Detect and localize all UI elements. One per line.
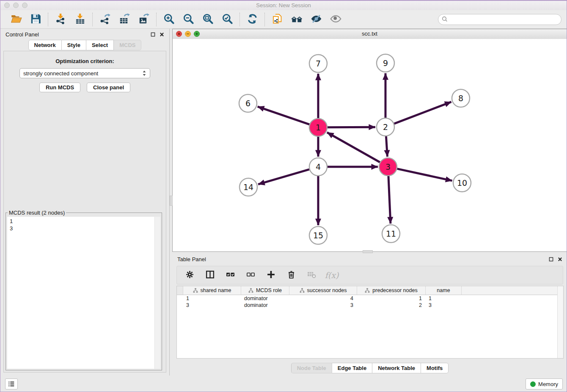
zoom-selected-button[interactable]: [221, 13, 234, 26]
cell-successor-nodes[interactable]: 3: [289, 302, 357, 308]
vertical-splitter-grip[interactable]: [170, 196, 173, 206]
close-panel-icon[interactable]: [160, 32, 164, 37]
tab-mcds[interactable]: MCDS: [114, 40, 141, 50]
cell-predecessor-nodes[interactable]: 2: [357, 302, 425, 308]
graph-edge-3-1[interactable]: [327, 133, 380, 162]
graph-node-14[interactable]: 14: [239, 178, 257, 196]
network-canvas[interactable]: 7968124314101511: [173, 39, 567, 251]
graph-edge-1-6[interactable]: [258, 107, 309, 124]
float-table-panel-icon[interactable]: [549, 257, 553, 262]
cell-shared-name[interactable]: 1: [183, 295, 241, 301]
graph-node-4[interactable]: 4: [309, 158, 327, 176]
network-view-window: scc.txt 7968124314101511: [172, 29, 567, 252]
horizontal-splitter-grip[interactable]: [363, 250, 373, 253]
tab-edge-table[interactable]: Edge Table: [332, 363, 372, 373]
hide-selected-button[interactable]: [310, 13, 322, 26]
delete-columns-button[interactable]: [286, 270, 296, 280]
window-zoom-button[interactable]: [22, 3, 28, 8]
search-input[interactable]: [438, 14, 561, 25]
network-window-titlebar[interactable]: scc.txt: [173, 29, 567, 39]
task-history-button[interactable]: [5, 378, 18, 389]
graph-edge-3-11[interactable]: [388, 176, 391, 224]
table-row[interactable]: 1dominator411: [177, 295, 563, 302]
column-header-successor-nodes[interactable]: successor nodes: [289, 286, 357, 295]
cell-shared-name[interactable]: 3: [183, 302, 241, 308]
tab-node-table[interactable]: Node Table: [291, 363, 332, 373]
dropdown-stepper-icon: [142, 70, 146, 77]
new-network-from-selection-button[interactable]: [271, 13, 284, 26]
open-session-button[interactable]: [10, 13, 22, 26]
graph-edge-4-14[interactable]: [258, 169, 309, 184]
graph-edge-2-8[interactable]: [394, 102, 451, 124]
table-panel-title: Table Panel: [177, 256, 206, 262]
first-neighbors-button[interactable]: [290, 13, 303, 26]
graph-edge-3-10[interactable]: [397, 169, 452, 181]
svg-text:14: 14: [243, 182, 253, 192]
show-all-button[interactable]: [329, 13, 342, 26]
run-mcds-button[interactable]: Run MCDS: [39, 83, 80, 92]
table-options-button[interactable]: [184, 270, 195, 280]
cell-mcds-role[interactable]: dominator: [241, 302, 289, 308]
cell-predecessor-nodes[interactable]: 1: [357, 295, 425, 301]
close-table-panel-icon[interactable]: [558, 257, 562, 262]
result-scrollbar[interactable]: [154, 217, 160, 369]
export-network-button[interactable]: [99, 13, 111, 26]
graph-node-8[interactable]: 8: [452, 89, 470, 107]
import-network-button[interactable]: [54, 13, 67, 26]
tab-select[interactable]: Select: [86, 40, 114, 50]
cell-mcds-role[interactable]: dominator: [241, 295, 289, 301]
graph-node-7[interactable]: 7: [309, 55, 327, 72]
column-label: shared name: [201, 287, 231, 293]
gear-icon: [185, 270, 194, 280]
graph-node-2[interactable]: 2: [377, 118, 394, 136]
graph-node-11[interactable]: 11: [382, 225, 400, 243]
graph-edge-2-3[interactable]: [386, 136, 387, 157]
save-session-button[interactable]: [29, 13, 42, 26]
unselect-all-columns-button[interactable]: [245, 270, 256, 280]
close-panel-button[interactable]: Close panel: [87, 83, 130, 92]
table-panel: Table Panel f(x) shared nameMCDS rolesuc…: [172, 254, 567, 375]
graph-node-9[interactable]: 9: [377, 54, 394, 72]
table-row[interactable]: 3dominator323: [177, 302, 563, 309]
window-minimize-button[interactable]: [13, 3, 19, 8]
column-header-name[interactable]: name: [426, 286, 462, 295]
graph-node-3[interactable]: 3: [379, 158, 397, 176]
network-maximize-button[interactable]: [194, 31, 200, 37]
show-columns-button[interactable]: [205, 270, 215, 280]
import-table-button[interactable]: [74, 13, 86, 26]
zoom-out-button[interactable]: [182, 13, 195, 26]
table-scrollbar[interactable]: [557, 286, 563, 358]
select-all-columns-button[interactable]: [225, 270, 235, 280]
export-table-icon: [119, 13, 130, 26]
export-table-button[interactable]: [118, 13, 131, 26]
column-header-predecessor-nodes[interactable]: predecessor nodes: [357, 286, 426, 295]
zoom-fit-button[interactable]: [201, 13, 214, 26]
import-network-icon: [55, 13, 66, 26]
cell-name[interactable]: 1: [425, 295, 461, 301]
window-close-button[interactable]: [4, 3, 10, 8]
create-column-button[interactable]: [266, 270, 276, 280]
graph-node-1[interactable]: 1: [309, 119, 327, 136]
zoom-in-button[interactable]: [162, 13, 175, 26]
criterion-dropdown[interactable]: strongly connected component: [19, 68, 150, 78]
cell-name[interactable]: 3: [425, 302, 461, 308]
graph-node-10[interactable]: 10: [453, 174, 471, 192]
export-image-button[interactable]: [138, 13, 150, 26]
graph-edge-1-2[interactable]: [328, 127, 375, 127]
memory-button[interactable]: Memory: [526, 378, 563, 389]
tab-network-table[interactable]: Network Table: [372, 363, 421, 373]
graph-node-6[interactable]: 6: [239, 94, 257, 112]
graph-node-15[interactable]: 15: [309, 226, 327, 244]
mcds-result-text[interactable]: 1 3: [7, 217, 160, 233]
tab-style[interactable]: Style: [62, 40, 86, 50]
tab-motifs[interactable]: Motifs: [421, 363, 449, 373]
apply-layout-button[interactable]: [246, 13, 259, 26]
float-panel-icon[interactable]: [151, 32, 155, 37]
column-header-shared-name[interactable]: shared name: [183, 286, 241, 295]
table-tabs: Node TableEdge TableNetwork TableMotifs: [172, 363, 567, 373]
network-close-button[interactable]: [176, 31, 182, 37]
column-header-mcds-role[interactable]: MCDS role: [241, 286, 289, 295]
cell-successor-nodes[interactable]: 4: [289, 295, 357, 301]
network-minimize-button[interactable]: [185, 31, 191, 37]
tab-network[interactable]: Network: [28, 40, 62, 50]
